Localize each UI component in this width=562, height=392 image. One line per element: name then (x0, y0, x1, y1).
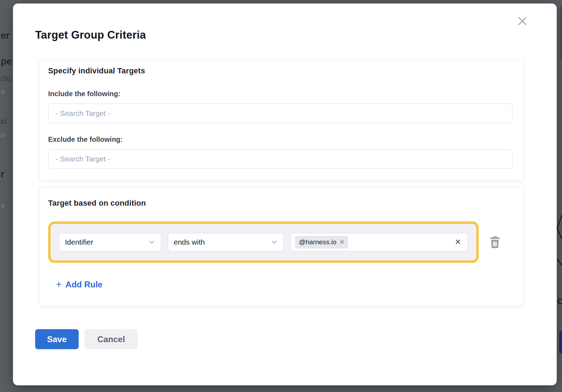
target-group-criteria-modal: Target Group Criteria Specify individual… (13, 4, 557, 385)
delete-rule-button[interactable] (489, 235, 501, 249)
cancel-button[interactable]: Cancel (85, 329, 138, 349)
backdrop-text-fragment: o (1, 131, 5, 139)
operator-select-value: ends with (174, 238, 205, 246)
close-x-glyph (516, 15, 529, 27)
backdrop-text-fragment: o (1, 201, 5, 210)
modal-footer: Save Cancel (35, 329, 138, 349)
modal-title: Target Group Criteria (35, 29, 146, 41)
chevron-down-icon (149, 240, 155, 244)
attribute-select[interactable]: Identifier (59, 233, 161, 251)
condition-rule-line: Identifier ends with @harness.io (48, 221, 516, 263)
backdrop-text-fragment: clu (1, 74, 11, 83)
include-label: Include the following: (48, 90, 120, 98)
backdrop-text-fragment: o (1, 88, 5, 96)
chevron-down-icon (272, 240, 277, 244)
backdrop-text-fragment: cl (1, 117, 6, 126)
add-rule-label: Add Rule (65, 280, 102, 290)
operator-select[interactable]: ends with (168, 233, 284, 251)
backdrop-text-fragment: pe (1, 56, 12, 67)
condition-heading: Target based on condition (48, 199, 146, 208)
trash-icon (490, 236, 500, 248)
clear-values-icon[interactable]: ✕ (455, 238, 461, 246)
attribute-select-value: Identifier (65, 238, 93, 246)
backdrop-text-fragment: r (1, 169, 5, 180)
value-chip-label: @harness.io (299, 238, 336, 246)
exclude-target-search-input[interactable] (48, 149, 512, 169)
backdrop-text-fragment: c (557, 294, 562, 307)
rule-values-input[interactable]: @harness.io ✕ ✕ (290, 233, 468, 251)
backdrop-button-fragment (559, 331, 562, 353)
individual-targets-card: Specify individual Targets Include the f… (39, 60, 524, 181)
add-rule-button[interactable]: + Add Rule (56, 280, 103, 290)
condition-card: Target based on condition Identifier end… (39, 187, 524, 306)
condition-rule-row: Identifier ends with @harness.io (48, 221, 479, 263)
backdrop-text-fragment: er (1, 30, 10, 41)
backdrop-line-fragment (561, 6, 562, 59)
backdrop-sketch-line (556, 213, 562, 270)
include-target-search-input[interactable] (48, 104, 512, 123)
remove-value-icon[interactable]: ✕ (340, 239, 344, 245)
exclude-label: Exclude the following: (48, 135, 123, 144)
plus-icon: + (56, 279, 61, 289)
page-backdrop: er pe clu o cl o r o c Target Group Crit… (0, 0, 562, 392)
individual-targets-heading: Specify individual Targets (48, 66, 145, 75)
value-chip: @harness.io ✕ (295, 236, 348, 248)
close-icon[interactable] (515, 13, 530, 29)
save-button[interactable]: Save (35, 329, 79, 349)
